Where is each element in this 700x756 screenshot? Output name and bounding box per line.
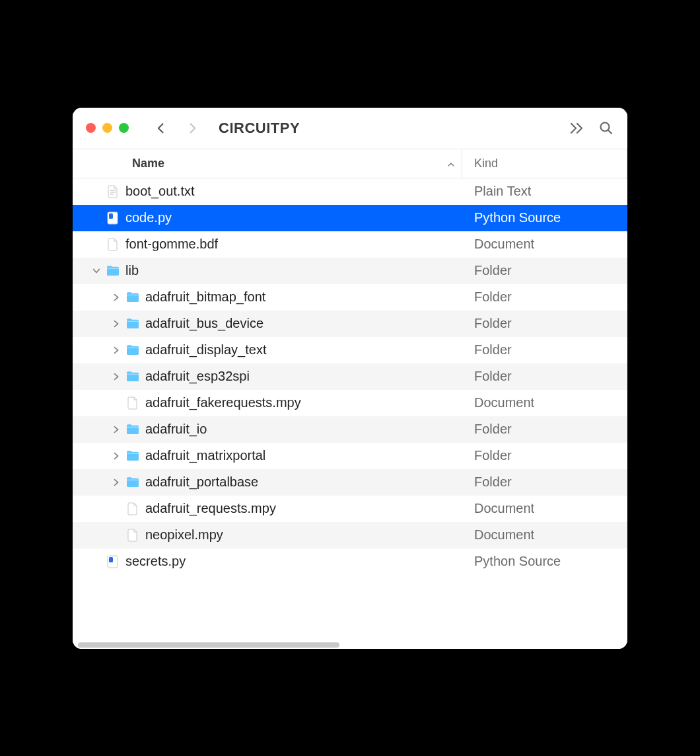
file-name-label: adafruit_esp32spi <box>145 369 250 384</box>
back-button[interactable] <box>155 122 167 134</box>
disclosure-closed-icon[interactable] <box>111 319 122 329</box>
disclosure-closed-icon[interactable] <box>111 424 122 435</box>
file-name-label: adafruit_bus_device <box>145 316 263 331</box>
file-name-label: adafruit_display_text <box>145 342 266 358</box>
horizontal-scrollbar[interactable] <box>73 641 627 649</box>
disclosure-closed-icon[interactable] <box>111 371 122 382</box>
file-kind-label: Folder <box>462 342 627 358</box>
file-kind-label: Folder <box>462 422 627 437</box>
toolbar-overflow-icon[interactable] <box>569 120 585 136</box>
file-row[interactable]: adafruit_portalbaseFolder <box>73 469 627 496</box>
file-row[interactable]: adafruit_ioFolder <box>73 416 627 443</box>
column-header-name-label: Name <box>132 157 164 170</box>
traffic-lights <box>86 123 129 133</box>
close-window-button[interactable] <box>86 123 96 133</box>
disclosure-closed-icon[interactable] <box>111 292 122 303</box>
file-name-label: lib <box>125 263 139 278</box>
file-name-label: adafruit_io <box>145 422 207 437</box>
file-row[interactable]: secrets.pyPython Source <box>73 548 627 575</box>
file-name-label: font-gomme.bdf <box>125 237 218 252</box>
doc-file-icon <box>125 396 140 410</box>
file-row[interactable]: adafruit_bus_deviceFolder <box>73 311 627 337</box>
search-icon[interactable] <box>598 120 614 136</box>
disclosure-closed-icon[interactable] <box>111 451 122 461</box>
folder-file-icon <box>125 449 140 463</box>
file-name-label: secrets.py <box>125 554 186 569</box>
file-kind-label: Folder <box>462 369 627 384</box>
file-name-label: adafruit_requests.mpy <box>145 501 276 516</box>
file-name-label: adafruit_bitmap_font <box>145 289 265 305</box>
folder-file-icon <box>125 343 140 358</box>
file-kind-label: Folder <box>462 263 627 278</box>
py-file-icon <box>106 211 120 225</box>
folder-file-icon <box>125 422 140 437</box>
file-name-label: boot_out.txt <box>125 184 195 199</box>
file-name-label: neopixel.mpy <box>145 527 223 543</box>
file-row[interactable]: adafruit_display_textFolder <box>73 337 627 363</box>
toolbar: CIRCUITPY <box>73 108 627 149</box>
py-file-icon <box>106 554 120 569</box>
file-kind-label: Folder <box>462 289 627 305</box>
file-kind-label: Python Source <box>462 554 627 569</box>
folder-file-icon <box>125 317 140 331</box>
column-header-kind[interactable]: Kind <box>462 149 627 178</box>
file-kind-label: Python Source <box>462 210 627 225</box>
file-row[interactable]: adafruit_esp32spiFolder <box>73 363 627 390</box>
file-row[interactable]: adafruit_bitmap_fontFolder <box>73 284 627 311</box>
file-kind-label: Plain Text <box>462 184 627 199</box>
file-kind-label: Folder <box>462 448 627 463</box>
file-name-label: adafruit_fakerequests.mpy <box>145 395 301 410</box>
file-list: boot_out.txtPlain Textcode.pyPython Sour… <box>73 178 627 575</box>
finder-window: CIRCUITPY Name Kind boot_out.txtPlain Te… <box>73 108 627 649</box>
disclosure-open-icon[interactable] <box>91 266 102 276</box>
doc-file-icon <box>125 528 140 543</box>
file-kind-label: Folder <box>462 474 627 490</box>
horizontal-scroll-thumb[interactable] <box>78 642 339 648</box>
zoom-window-button[interactable] <box>119 123 129 133</box>
file-row[interactable]: boot_out.txtPlain Text <box>73 178 627 205</box>
folder-file-icon <box>125 290 140 305</box>
file-row[interactable]: code.pyPython Source <box>73 205 627 231</box>
file-row[interactable]: font-gomme.bdfDocument <box>73 231 627 258</box>
file-row[interactable]: neopixel.mpyDocument <box>73 522 627 548</box>
forward-button[interactable] <box>187 122 199 134</box>
file-kind-label: Folder <box>462 316 627 331</box>
disclosure-closed-icon[interactable] <box>111 477 122 488</box>
file-kind-label: Document <box>462 501 627 516</box>
file-kind-label: Document <box>462 527 627 543</box>
minimize-window-button[interactable] <box>102 123 112 133</box>
column-header-name[interactable]: Name <box>73 149 462 178</box>
file-kind-label: Document <box>462 237 627 252</box>
doc-file-icon <box>106 237 120 252</box>
file-row[interactable]: libFolder <box>73 258 627 284</box>
file-name-label: adafruit_portalbase <box>145 474 258 490</box>
disclosure-closed-icon[interactable] <box>111 345 122 356</box>
doc-file-icon <box>125 502 140 516</box>
file-row[interactable]: adafruit_matrixportalFolder <box>73 443 627 469</box>
file-row[interactable]: adafruit_requests.mpyDocument <box>73 496 627 522</box>
column-header-kind-label: Kind <box>474 157 498 170</box>
file-kind-label: Document <box>462 395 627 410</box>
folder-file-icon <box>125 475 140 490</box>
window-title: CIRCUITPY <box>219 120 300 137</box>
folder-file-icon <box>106 264 120 278</box>
txt-file-icon <box>106 184 120 199</box>
file-name-label: adafruit_matrixportal <box>145 448 265 463</box>
column-header-row: Name Kind <box>73 149 627 178</box>
file-row[interactable]: adafruit_fakerequests.mpyDocument <box>73 390 627 416</box>
file-name-label: code.py <box>125 210 172 225</box>
folder-file-icon <box>125 369 140 384</box>
sort-indicator-icon <box>447 157 455 170</box>
